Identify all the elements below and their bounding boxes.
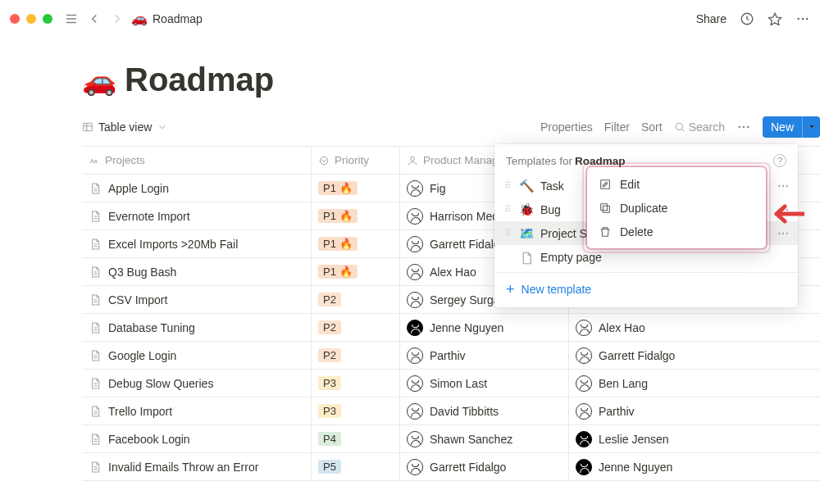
person-prop-icon	[407, 155, 418, 166]
cell-priority[interactable]: P1 🔥	[312, 202, 400, 229]
cell-pm[interactable]: Garrett Fidalgo	[400, 453, 569, 480]
cell-eng[interactable]: Parthiv	[569, 397, 820, 425]
item-more-icon[interactable]: ⋯	[777, 227, 790, 240]
view-selector[interactable]: Table view	[82, 120, 168, 134]
back-button[interactable]	[87, 11, 102, 26]
cell-priority[interactable]: P1 🔥	[312, 258, 400, 285]
new-button-chevron[interactable]	[802, 116, 820, 138]
page-title[interactable]: 🚗 Roadmap	[82, 61, 820, 98]
new-button[interactable]: New	[763, 116, 820, 138]
properties-button[interactable]: Properties	[540, 120, 593, 134]
cell-project[interactable]: Trello Import	[82, 397, 312, 425]
cell-priority[interactable]: P3	[312, 370, 400, 397]
priority-badge: P2	[318, 320, 341, 334]
cell-project[interactable]: Evernote Import	[82, 202, 312, 229]
cell-pm[interactable]: Simon Last	[400, 370, 569, 397]
cell-project[interactable]: Google Login	[82, 342, 312, 369]
cell-project[interactable]: Invalid Emails Throw an Error	[82, 453, 312, 480]
priority-badge: P3	[318, 376, 341, 390]
cell-pm[interactable]: David Tibbitts	[400, 397, 569, 425]
more-icon[interactable]	[795, 11, 810, 26]
cell-priority[interactable]: P1 🔥	[312, 175, 400, 202]
drag-handle-icon[interactable]: ⠿	[501, 204, 512, 215]
help-icon[interactable]: ?	[773, 154, 786, 167]
table-row[interactable]: Google LoginP2ParthivGarrett Fidalgo	[82, 342, 820, 370]
chevron-down-icon	[157, 121, 168, 133]
item-more-icon[interactable]: ⋯	[777, 179, 790, 193]
traffic-lights	[10, 14, 52, 24]
cell-project[interactable]: Apple Login	[82, 175, 312, 202]
col-priority[interactable]: Priority	[312, 147, 400, 174]
drag-handle-icon[interactable]: ⠿	[501, 228, 512, 238]
filter-button[interactable]: Filter	[604, 120, 630, 134]
topbar-nav	[64, 11, 125, 26]
avatar	[407, 431, 423, 447]
cell-priority[interactable]: P1 🔥	[312, 230, 400, 257]
avatar	[576, 431, 592, 447]
title-prop-icon: Aa	[89, 155, 100, 166]
cell-priority[interactable]: P3	[312, 397, 400, 425]
cell-priority[interactable]: P2	[312, 342, 400, 369]
search-button[interactable]: Search	[674, 120, 725, 134]
col-projects[interactable]: Aa Projects	[82, 147, 312, 174]
cell-eng[interactable]: Garrett Fidalgo	[569, 342, 820, 369]
svg-marker-4	[769, 13, 781, 25]
svg-point-18	[411, 157, 415, 161]
cell-eng[interactable]: Ben Lang	[569, 370, 820, 397]
cell-eng[interactable]: Jenne Nguyen	[569, 453, 820, 480]
share-button[interactable]: Share	[696, 12, 727, 25]
favorite-icon[interactable]	[768, 11, 782, 26]
cell-eng[interactable]: Alex Hao	[569, 314, 820, 341]
close-window-button[interactable]	[10, 14, 20, 24]
table-row[interactable]: Debug Slow QueriesP3Simon LastBen Lang	[82, 370, 820, 397]
cell-project[interactable]: Debug Slow Queries	[82, 370, 312, 397]
cell-eng[interactable]: Leslie Jensen	[569, 425, 820, 452]
cell-pm[interactable]: Jenne Nguyen	[400, 314, 569, 341]
forward-button[interactable]	[110, 11, 125, 26]
cell-priority[interactable]: P2	[312, 286, 400, 313]
svg-rect-44	[601, 203, 608, 210]
cell-project[interactable]: Facebook Login	[82, 425, 312, 452]
menu-delete[interactable]: Delete	[587, 220, 766, 243]
cell-project[interactable]: CSV Import	[82, 286, 312, 313]
cell-priority[interactable]: P2	[312, 314, 400, 341]
table-row[interactable]: Facebook LoginP4Shawn SanchezLeslie Jens…	[82, 425, 820, 453]
cell-project[interactable]: Q3 Bug Bash	[82, 258, 312, 285]
updates-icon[interactable]	[740, 11, 754, 26]
priority-badge: P2	[318, 293, 341, 306]
drag-handle-icon[interactable]: ⠿	[501, 180, 512, 191]
maximize-window-button[interactable]	[43, 14, 52, 24]
svg-point-15	[747, 126, 749, 128]
breadcrumb[interactable]: 🚗 Roadmap	[131, 11, 203, 26]
page-icon	[89, 238, 102, 251]
menu-edit[interactable]: Edit	[587, 172, 766, 196]
avatar	[407, 347, 423, 364]
table-row[interactable]: Database TuningP2Jenne NguyenAlex Hao	[82, 314, 820, 342]
avatar	[407, 320, 423, 336]
avatar	[407, 208, 423, 225]
cell-pm[interactable]: Parthiv	[400, 342, 569, 369]
avatar	[407, 236, 423, 252]
breadcrumb-title: Roadmap	[153, 12, 203, 25]
new-template-button[interactable]: + New template	[494, 276, 798, 302]
breadcrumb-emoji: 🚗	[131, 11, 148, 26]
cell-priority[interactable]: P4	[312, 425, 400, 452]
menu-duplicate[interactable]: Duplicate	[587, 196, 766, 220]
trash-icon	[599, 225, 612, 238]
minimize-window-button[interactable]	[26, 14, 36, 24]
sort-button[interactable]: Sort	[641, 120, 663, 134]
cell-priority[interactable]: P5	[312, 453, 400, 480]
window-topbar: 🚗 Roadmap Share	[0, 0, 820, 37]
table-row[interactable]: Trello ImportP3David TibbittsParthiv	[82, 397, 820, 425]
template-empty-page[interactable]: Empty page	[494, 245, 798, 269]
table-row[interactable]: Invalid Emails Throw an ErrorP5Garrett F…	[82, 453, 820, 481]
cell-pm[interactable]: Shawn Sanchez	[400, 425, 569, 452]
svg-rect-43	[603, 206, 609, 212]
view-more-icon[interactable]	[736, 120, 751, 134]
page-emoji[interactable]: 🚗	[82, 64, 116, 97]
avatar	[576, 375, 592, 392]
cell-project[interactable]: Database Tuning	[82, 314, 312, 341]
svg-point-17	[320, 157, 327, 164]
cell-project[interactable]: Excel Imports >20Mb Fail	[82, 230, 312, 257]
sidebar-toggle-icon[interactable]	[64, 11, 79, 26]
